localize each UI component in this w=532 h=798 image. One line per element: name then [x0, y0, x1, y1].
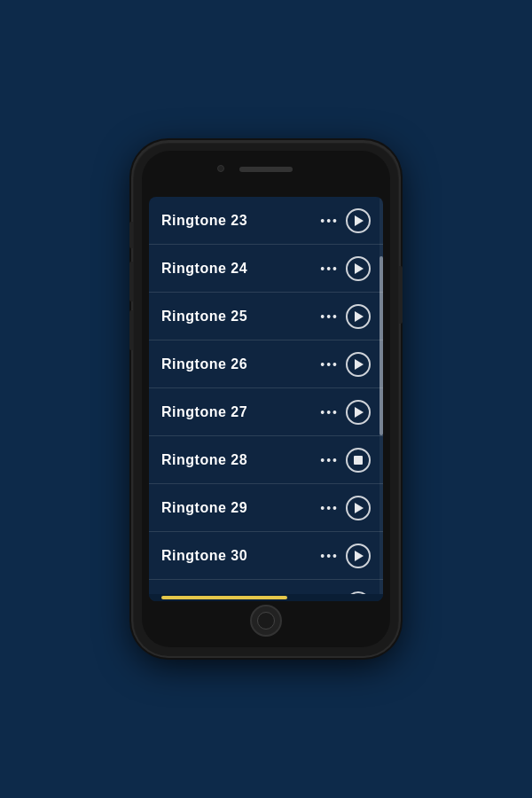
more-options-icon[interactable]: •••: [320, 501, 339, 515]
ringtone-name: Ringtone 24: [161, 261, 247, 277]
list-item: Ringtone 31 •••: [149, 580, 383, 594]
list-item: Ringtone 27 •••: [149, 388, 383, 436]
ringtone-controls: •••: [320, 256, 371, 281]
play-arrow-icon: [355, 359, 364, 370]
play-button[interactable]: [346, 496, 371, 520]
list-item: Ringtone 29 •••: [149, 484, 383, 532]
ringtone-name: Ringtone 28: [161, 452, 247, 468]
screen: Ringtone 23 ••• Ringtone 24 •••: [149, 197, 383, 601]
play-arrow-icon: [355, 263, 364, 274]
ringtone-name: Ringtone 23: [161, 213, 247, 229]
ringtone-controls: •••: [320, 208, 371, 233]
play-button[interactable]: [346, 400, 371, 425]
volume-up-button[interactable]: [129, 222, 133, 248]
ringtone-controls: •••: [320, 496, 371, 520]
ringtone-list: Ringtone 23 ••• Ringtone 24 •••: [149, 197, 383, 594]
more-options-icon[interactable]: •••: [320, 549, 339, 563]
play-button[interactable]: [346, 591, 371, 595]
phone-frame: Ringtone 23 ••• Ringtone 24 •••: [133, 142, 399, 656]
play-button[interactable]: [346, 208, 371, 233]
ringtone-name: Ringtone 26: [161, 356, 247, 372]
phone-inner: Ringtone 23 ••• Ringtone 24 •••: [142, 151, 390, 647]
more-options-icon[interactable]: •••: [320, 262, 339, 276]
play-arrow-icon: [355, 551, 364, 561]
list-item: Ringtone 25 •••: [149, 293, 383, 340]
play-arrow-icon: [355, 311, 364, 322]
ringtone-controls: •••: [320, 304, 371, 329]
ringtone-name: Ringtone 30: [161, 548, 247, 564]
ringtone-controls: •••: [320, 544, 371, 568]
stop-button[interactable]: [346, 448, 371, 473]
list-item: Ringtone 24 •••: [149, 245, 383, 293]
more-options-icon[interactable]: •••: [320, 309, 339, 324]
scrollbar-thumb[interactable]: [379, 256, 383, 435]
play-button[interactable]: [346, 256, 371, 281]
more-options-icon[interactable]: •••: [320, 357, 339, 372]
play-button[interactable]: [346, 352, 371, 377]
home-button[interactable]: [250, 605, 282, 637]
list-item: Ringtone 30 •••: [149, 532, 383, 580]
list-item: Ringtone 23 •••: [149, 197, 383, 245]
ringtone-controls: •••: [320, 352, 371, 377]
scrollbar-track: [379, 197, 383, 594]
list-item: Ringtone 26 •••: [149, 340, 383, 388]
ringtone-controls: •••: [320, 448, 371, 473]
camera-icon: [217, 165, 224, 172]
list-item: Ringtone 28 •••: [149, 436, 383, 484]
stop-square-icon: [354, 456, 363, 465]
volume-down-button[interactable]: [129, 262, 133, 301]
play-arrow-icon: [355, 503, 364, 513]
bottom-bar: [149, 594, 383, 601]
play-button[interactable]: [346, 544, 371, 568]
speaker-icon: [239, 167, 293, 172]
play-arrow-icon: [355, 407, 364, 418]
home-button-inner: [257, 612, 275, 630]
ringtone-name: Ringtone 29: [161, 500, 247, 516]
mute-button[interactable]: [129, 310, 133, 350]
more-options-icon[interactable]: •••: [320, 405, 339, 419]
play-arrow-icon: [355, 215, 364, 226]
progress-bar: [161, 596, 287, 599]
ringtone-name: Ringtone 25: [161, 309, 247, 325]
more-options-icon[interactable]: •••: [320, 453, 339, 467]
power-button[interactable]: [399, 266, 403, 324]
ringtone-controls: •••: [320, 400, 371, 425]
more-options-icon[interactable]: •••: [320, 214, 339, 228]
ringtone-name: Ringtone 27: [161, 404, 247, 420]
play-button[interactable]: [346, 304, 371, 329]
ringtone-controls: •••: [320, 591, 371, 595]
